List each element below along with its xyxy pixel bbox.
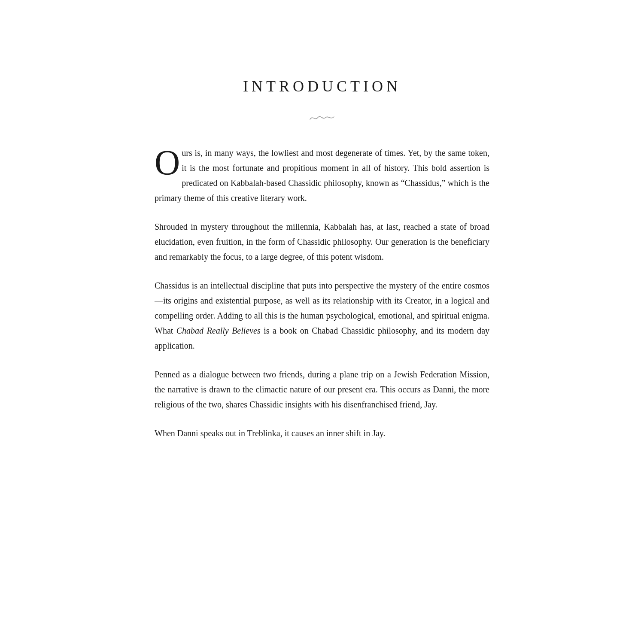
paragraph-1: Ours is, in many ways, the lowliest and …: [155, 146, 489, 206]
content-area: INTRODUCTION Ours is, in many ways, the …: [155, 77, 489, 455]
corner-mark-top-left: [8, 8, 21, 21]
paragraph-2-text: Shrouded in mystery throughout the mille…: [155, 222, 489, 261]
paragraph-4-text: Penned as a dialogue between two friends…: [155, 370, 489, 409]
ornament-divider: [155, 112, 489, 125]
corner-mark-bottom-left: [8, 623, 21, 636]
paragraph-3-italic: Chabad Really Believes: [176, 326, 261, 335]
paragraph-4: Penned as a dialogue between two friends…: [155, 367, 489, 412]
paragraph-5: When Danni speaks out in Treblinka, it c…: [155, 426, 489, 441]
paragraph-3: Chassidus is an intellectual discipline …: [155, 278, 489, 353]
paragraph-5-text: When Danni speaks out in Treblinka, it c…: [155, 428, 386, 438]
corner-mark-bottom-right: [623, 623, 636, 636]
page-title: INTRODUCTION: [155, 77, 489, 95]
body-text: Ours is, in many ways, the lowliest and …: [155, 146, 489, 441]
paragraph-1-text: urs is, in many ways, the lowliest and m…: [155, 148, 489, 203]
paragraph-2: Shrouded in mystery throughout the mille…: [155, 219, 489, 264]
corner-mark-top-right: [623, 8, 636, 21]
drop-cap-O: O: [155, 146, 182, 176]
book-page: INTRODUCTION Ours is, in many ways, the …: [0, 0, 644, 644]
